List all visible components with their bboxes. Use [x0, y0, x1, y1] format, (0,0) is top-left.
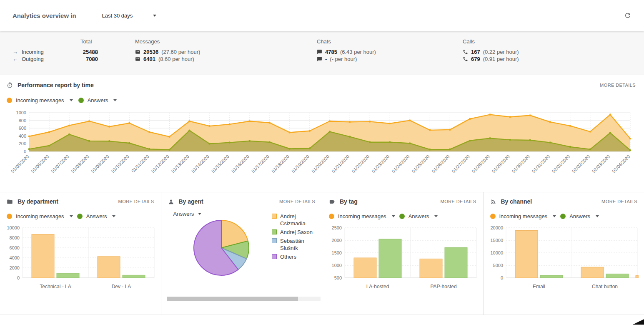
envelope-icon: [135, 56, 140, 62]
orange-dot-icon: [490, 214, 496, 219]
stats-total-column: Total 25488 7080: [80, 38, 135, 75]
svg-text:800: 800: [19, 118, 26, 123]
x-tick-label: 01/08/2020: [70, 154, 90, 174]
department-legend-answers-dropdown[interactable]: Answers: [77, 213, 116, 219]
bar-category-label: Dev - LA: [112, 284, 131, 290]
pie-legend-item: Andrej Csizmadia: [272, 213, 315, 227]
svg-text:10000: 10000: [490, 250, 503, 255]
agent-more-details-link[interactable]: MORE DETAILS: [279, 199, 315, 204]
legend-answers-dropdown[interactable]: Answers: [78, 97, 117, 103]
incoming-calls-value: 167: [471, 49, 480, 55]
agent-panel-title: By agent: [179, 198, 203, 205]
department-legend-incoming-dropdown[interactable]: Incoming messages: [7, 213, 73, 219]
bar-0-0: [515, 231, 538, 278]
tag-bar-chart[interactable]: 5001000150020002500LA-hostedPAP-hosted: [329, 224, 477, 291]
bar-0-0: [32, 234, 54, 278]
tag-icon: [329, 199, 335, 205]
green-dot-icon: [399, 214, 405, 219]
chats-column-header: Chats: [317, 38, 463, 48]
x-tick-label: 01/16/2020: [231, 154, 250, 174]
performance-report-panel: Performance report by time MORE DETAILS …: [0, 75, 644, 192]
outgoing-chats-value: -: [325, 56, 327, 62]
svg-text:10000: 10000: [7, 225, 20, 230]
by-channel-panel: By channel MORE DETAILS Incoming message…: [484, 192, 644, 315]
pie-legend-label: Andrej Saxon: [280, 229, 313, 236]
channel-panel-title: By channel: [501, 198, 532, 205]
x-tick-label: 01/17/2020: [251, 154, 270, 174]
tag-legend-answers-dropdown[interactable]: Answers: [399, 213, 438, 219]
envelope-icon: [135, 49, 140, 55]
legend-incoming-label: Incoming messages: [16, 97, 64, 103]
bar-0-1: [581, 267, 604, 278]
orange-dot-icon: [7, 98, 12, 103]
refresh-button[interactable]: [624, 12, 631, 19]
incoming-chats-rate: (6.43 per hour): [340, 49, 376, 55]
incoming-label: Incoming: [22, 49, 44, 55]
horizontal-scrollbar[interactable]: [167, 297, 321, 301]
pie-legend-label: Others: [280, 253, 296, 260]
bar-0-1: [98, 257, 120, 278]
chevron-down-icon: [113, 99, 117, 101]
stats-messages-column: Messages 20536 (27.60 per hour) 6401 (8.…: [135, 38, 317, 75]
period-dropdown-value: Last 30 days: [102, 13, 133, 19]
bar-category-label: LA-hosted: [366, 284, 389, 290]
department-bar-chart[interactable]: 0200040006000800010000Technical - LADev …: [7, 224, 155, 291]
department-panel-title: By department: [18, 198, 58, 205]
channel-bar-chart[interactable]: 05000100001500020000EmailChat button: [490, 224, 639, 291]
legend-swatch-icon: [272, 238, 277, 243]
bar-1-1: [445, 247, 467, 278]
footer-space: [0, 315, 644, 325]
bar-1-0: [379, 239, 401, 278]
outgoing-chats-rate: (- per hour): [330, 56, 357, 62]
channel-more-details-link[interactable]: MORE DETAILS: [601, 199, 637, 204]
x-tick-label: 01/13/2020: [170, 154, 190, 174]
agent-pie-legend: Andrej CsizmadiaAndrej SaxonSebastián Sl…: [272, 213, 315, 279]
incoming-calls-rate: (0.22 per hour): [483, 49, 519, 55]
bar-category-label: PAP-hosted: [430, 284, 456, 290]
performance-panel-title: Performance report by time: [18, 82, 94, 88]
department-more-details-link[interactable]: MORE DETAILS: [118, 199, 154, 204]
channel-legend-answers-dropdown[interactable]: Answers: [560, 213, 599, 219]
x-tick-label: 01/10/2020: [110, 154, 130, 174]
bar-category-label: Technical - LA: [40, 284, 71, 290]
x-tick-label: 01/31/2020: [531, 154, 551, 174]
svg-text:400: 400: [19, 134, 26, 139]
chevron-down-icon: [112, 215, 115, 217]
tag-more-details-link[interactable]: MORE DETAILS: [441, 199, 476, 204]
performance-area-chart[interactable]: 0200400600800100001/05/202001/06/202001/…: [10, 109, 635, 179]
stats-chats-column: Chats 4785 (6.43 per hour) - (- per hour…: [317, 38, 463, 75]
svg-text:500: 500: [334, 275, 342, 280]
tag-panel-title: By tag: [340, 198, 358, 205]
legend-swatch-icon: [272, 229, 277, 234]
agent-pie-chart[interactable]: [192, 219, 251, 277]
svg-text:2000: 2000: [332, 238, 342, 243]
bar-1-1: [606, 274, 629, 278]
tag-legend-incoming-dropdown[interactable]: Incoming messages: [329, 213, 395, 219]
x-tick-label: 01/14/2020: [190, 154, 210, 174]
svg-text:8000: 8000: [10, 235, 20, 240]
by-agent-panel: By agent MORE DETAILS Answers Andrej Csi…: [161, 192, 323, 315]
channel-legend-incoming-dropdown[interactable]: Incoming messages: [490, 213, 556, 219]
pie-legend-item: Andrej Saxon: [272, 229, 315, 236]
svg-text:0: 0: [24, 149, 26, 154]
x-tick-label: 01/25/2020: [411, 154, 430, 174]
legend-swatch-icon: [272, 214, 277, 219]
performance-more-details-link[interactable]: MORE DETAILS: [600, 83, 636, 88]
svg-text:2000: 2000: [10, 265, 20, 270]
scrollbar-thumb[interactable]: [167, 297, 298, 301]
outgoing-total-value: 7080: [80, 56, 98, 62]
chat-bubble-icon: [317, 56, 322, 62]
period-dropdown[interactable]: Last 30 days: [102, 13, 156, 19]
legend-incoming-messages-dropdown[interactable]: Incoming messages: [7, 97, 73, 103]
chat-bubble-icon: [317, 49, 322, 55]
incoming-arrow-icon: →: [13, 49, 19, 55]
page-title: Analytics overview in: [13, 12, 76, 19]
svg-text:5000: 5000: [493, 263, 503, 268]
legend-answers-label: Answers: [88, 97, 108, 103]
x-tick-label: 01/29/2020: [491, 154, 511, 174]
rss-icon: [490, 199, 496, 205]
incoming-messages-rate: (27.60 per hour): [161, 49, 200, 55]
svg-text:0: 0: [500, 275, 503, 280]
bar-0-1: [420, 259, 442, 278]
x-tick-label: 02/04/2020: [611, 154, 631, 174]
